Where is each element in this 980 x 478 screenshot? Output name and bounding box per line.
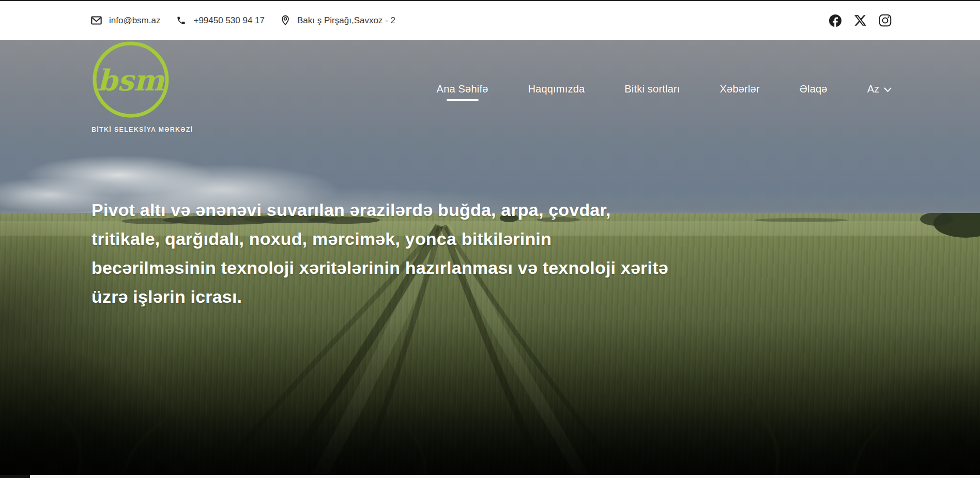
nav-item-plant-varieties[interactable]: Bitki sortları (624, 83, 680, 95)
logo[interactable]: bsm BİTKİ SELEKSİYA MƏRKƏZİ (91, 40, 174, 133)
nav-item-home[interactable]: Ana Səhifə (437, 83, 488, 101)
hero-heading: Pivot altı və ənənəvi suvarılan ərazilər… (91, 195, 825, 311)
main-nav: Ana Səhifə Haqqımızda Bitki sortları Xəb… (437, 83, 892, 101)
email-text: info@bsm.az (109, 16, 160, 26)
contact-info: info@bsm.az +99450 530 94 17 Bakı ş Pirş… (91, 15, 395, 26)
active-underline (447, 99, 479, 101)
phone-icon (176, 16, 186, 25)
address-item[interactable]: Bakı ş Pirşağı,Savxoz - 2 (281, 15, 395, 26)
language-selector[interactable]: Az (867, 83, 892, 95)
logo-monogram: bsm (97, 63, 165, 97)
language-label: Az (867, 83, 879, 95)
location-pin-icon (281, 15, 290, 26)
topbar: info@bsm.az +99450 530 94 17 Bakı ş Pirş… (0, 0, 980, 40)
chevron-down-icon (884, 83, 892, 95)
address-text: Bakı ş Pirşağı,Savxoz - 2 (297, 16, 395, 26)
phone-link[interactable]: +99450 530 94 17 (176, 16, 265, 26)
logo-tagline: BİTKİ SELEKSİYA MƏRKƏZİ (91, 126, 174, 133)
nav-item-news[interactable]: Xəbərlər (720, 83, 760, 95)
nav-item-about[interactable]: Haqqımızda (528, 83, 585, 95)
envelope-icon (91, 16, 102, 25)
nav-item-contact[interactable]: Əlaqə (800, 83, 828, 95)
bsm-logo-icon: bsm (91, 40, 170, 119)
bottom-left-partial-element (0, 475, 30, 478)
hero-heading-line: becərilməsinin texnoloji xəritələrinin h… (91, 253, 825, 282)
phone-text: +99450 530 94 17 (193, 16, 265, 26)
email-link[interactable]: info@bsm.az (91, 16, 160, 26)
next-section-edge (30, 475, 980, 478)
social-links (829, 14, 892, 27)
instagram-icon[interactable] (879, 14, 892, 27)
hero-heading-line: üzrə işlərin icrası. (91, 282, 825, 311)
site-header: bsm BİTKİ SELEKSİYA MƏRKƏZİ Ana Səhifə H… (0, 40, 980, 159)
hero-heading-line: tritikale, qarğıdalı, noxud, mərcimək, y… (91, 224, 825, 253)
facebook-icon[interactable] (829, 14, 842, 27)
x-twitter-icon[interactable] (854, 14, 866, 26)
hero-heading-line: Pivot altı və ənənəvi suvarılan ərazilər… (91, 195, 825, 224)
